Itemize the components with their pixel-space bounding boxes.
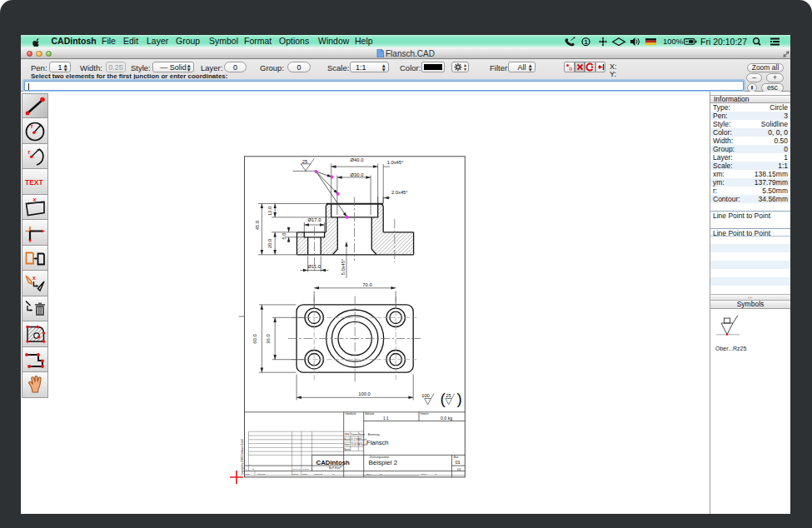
- svg-text:0,0 kg: 0,0 kg: [441, 416, 452, 421]
- svg-text:r: r: [31, 123, 33, 129]
- svg-text:100%: 100%: [663, 37, 684, 46]
- svg-text:Maßstab: Maßstab: [366, 412, 375, 416]
- svg-text:01: 01: [456, 460, 461, 465]
- svg-text:5.0: 5.0: [281, 232, 286, 239]
- svg-text:▼: ▼: [463, 67, 467, 72]
- svg-text:Copyright by LEMKE Software Gm: Copyright by LEMKE Software GmbH: [241, 439, 244, 475]
- svg-text:Ø11.0: Ø11.0: [308, 264, 321, 269]
- svg-text:70.0: 70.0: [362, 282, 371, 287]
- svg-text:): ): [457, 390, 462, 407]
- svg-text:25: 25: [302, 159, 307, 164]
- svg-text:36.0: 36.0: [266, 334, 271, 343]
- svg-text:Name: Name: [359, 433, 366, 436]
- svg-text:Ø40.0: Ø40.0: [351, 157, 364, 162]
- svg-text:x: x: [33, 196, 37, 202]
- svg-text:Flansch: Flansch: [366, 439, 389, 446]
- svg-text:Name: Name: [302, 473, 308, 476]
- svg-text:+15: +15: [251, 468, 255, 471]
- svg-text:Datum: Datum: [351, 433, 359, 436]
- svg-text:60.0: 60.0: [252, 334, 257, 343]
- svg-text:r: r: [28, 148, 31, 154]
- svg-text:Gezn.: Gezn.: [344, 443, 350, 446]
- svg-text:Gewicht: Gewicht: [421, 412, 429, 416]
- svg-text:Blatt: Blatt: [454, 456, 459, 459]
- svg-text:Oberfläche: Oberfläche: [345, 412, 356, 416]
- svg-text:01: 01: [457, 467, 461, 471]
- svg-text:100.0: 100.0: [358, 391, 371, 396]
- svg-text:Datum: Datum: [292, 473, 298, 476]
- svg-text:Änderung: Änderung: [257, 473, 266, 476]
- svg-text:2.0x45°: 2.0x45°: [391, 190, 408, 195]
- svg-text:Norm.: Norm.: [344, 448, 351, 451]
- svg-text:1993: 1993: [344, 433, 349, 436]
- svg-text:12.0: 12.0: [267, 207, 272, 216]
- svg-text:Ursprung: Ursprung: [314, 473, 323, 476]
- svg-text:20.0: 20.0: [267, 239, 272, 248]
- svg-text:x: x: [32, 275, 36, 281]
- svg-text:Ø30.0: Ø30.0: [351, 172, 364, 177]
- svg-text:Ers.d.:: Ers.d.:: [421, 473, 427, 476]
- svg-text:Benennung: Benennung: [368, 433, 380, 436]
- svg-text:CADintosh: CADintosh: [316, 459, 351, 466]
- svg-text:5.0x45°: 5.0x45°: [341, 259, 346, 276]
- svg-text:Beispiel 2: Beispiel 2: [369, 459, 398, 466]
- svg-text:By F-EverT: By F-EverT: [329, 466, 341, 470]
- svg-text:J.Kusch: J.Kusch: [302, 468, 310, 471]
- svg-text:J.Kusch: J.Kusch: [359, 438, 367, 441]
- svg-text:15.01.93: 15.01.93: [292, 468, 301, 471]
- svg-text:Ers.f.:: Ers.f.:: [366, 473, 372, 476]
- svg-text:Ø17.0: Ø17.0: [308, 217, 321, 222]
- svg-text:100: 100: [421, 393, 430, 398]
- svg-text:45.0: 45.0: [255, 221, 260, 230]
- svg-text:1.0x45°: 1.0x45°: [387, 160, 404, 165]
- svg-text:Fri 20:10:27: Fri 20:10:27: [700, 37, 747, 47]
- svg-text:TEXT: TEXT: [25, 178, 44, 187]
- svg-text:Zust.: Zust.: [246, 473, 251, 476]
- svg-text:1:1: 1:1: [383, 416, 389, 421]
- svg-text:J.Kusch: J.Kusch: [359, 443, 367, 446]
- svg-text:1: 1: [584, 38, 587, 46]
- svg-text:25: 25: [446, 393, 451, 398]
